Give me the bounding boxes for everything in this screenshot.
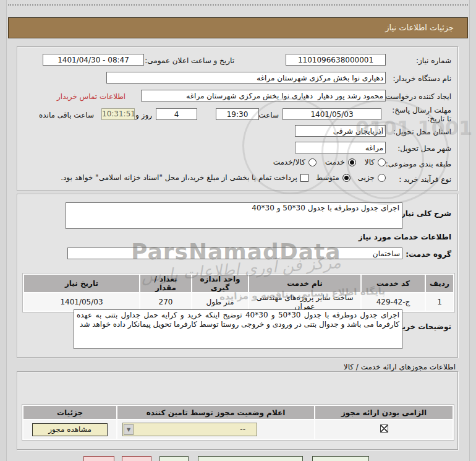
radio-icon[interactable] [378,158,386,166]
classification-label: طبقه بندی موضوعی: [386,160,451,168]
cell-license-status: -- ▼ [117,420,314,439]
delivery-province-field[interactable] [295,125,386,137]
cell-need-date: 1401/05/03 [24,293,139,311]
classification-options: کالا خدمت کالا/خدمت [273,158,386,166]
deadline-date-field[interactable] [283,108,381,120]
checkbox-icon[interactable] [300,174,308,182]
radio-icon[interactable] [378,174,386,182]
cell-quantity: 270 [140,293,191,311]
buyer-notes-field[interactable]: اجرای جدول دوطرفه با جدول 30*50 و 30*40 … [74,309,402,349]
cell-unit: متر طول [192,293,248,311]
procurement-need-details-page: { "title_bar": { "text": "جزئیات اطلاعات… [0,0,476,461]
deadline-hour-label: ساعت [258,111,279,119]
option-label: خدمت [325,158,345,166]
option-label: متوسط [316,173,339,182]
need-description-label: شرح کلی نیاز: [398,209,451,218]
process-option-medium[interactable]: متوسط [316,173,351,182]
col-row-index: ردیف [426,275,453,292]
chevron-down-icon[interactable]: ▼ [124,424,134,435]
licenses-table-header-row: الزامی بودن ارائه مجوز اعلام وضعیت مجوز … [23,406,453,419]
buyer-contact-link[interactable]: اطلاعات تماس خریدار [57,92,125,101]
delivery-province-label: استان محل تحویل: [393,127,451,136]
cell-license-mandatory [315,420,453,439]
buyer-org-label: نام دستگاه خریدار: [393,74,452,83]
bottom-action-button-4[interactable] [198,456,303,461]
license-table-row: -- ▼ مشاهده مجوز [23,420,453,439]
countdown-timer: 10:31:51 [101,108,135,120]
bottom-action-button-3[interactable] [159,456,189,461]
view-license-button[interactable]: مشاهده مجوز [32,423,108,436]
license-status-dropdown[interactable]: -- ▼ [122,423,257,436]
delivery-city-field[interactable] [295,142,386,153]
cell-service-name: ساخت سایر پروژه‌های مهندسی عمران [249,293,360,311]
col-license-status: اعلام وضعیت مجوز توسط تامین کننده [117,406,314,419]
services-section-heading: اطلاعات خدمات مورد نیاز [359,233,451,241]
licenses-section-heading: اطلاعات مجوزهای ارائه خدمت / کالا [344,363,456,371]
mandatory-checkbox-icon[interactable] [380,424,388,433]
bottom-action-button-5[interactable] [312,456,369,461]
option-label: کالا [365,158,375,166]
cell-service-code: ج-42-429 [362,293,425,311]
licenses-panel: الزامی بودن ارائه مجوز اعلام وضعیت مجوز … [17,371,458,450]
process-type-options: جزیی متوسط پرداخت تمام یا بخشی از مبلغ خ… [61,173,386,182]
request-creator-label: ایجاد کننده درخواست: [383,92,451,101]
need-info-panel: شماره نیاز: تاریخ و ساعت اعلان عمومی: نا… [17,46,458,191]
need-description-field[interactable]: اجرای جدول دوطرفه با جدول 30*50 و 30*40 [66,202,402,229]
option-label: کالا/خدمت [273,158,305,166]
services-table-header-row: ردیف کد خدمت نام خدمت واحد اندازه گیری ت… [24,275,453,292]
process-type-label: نوع فرآیند خرید : [399,175,451,184]
top-dotted-divider [8,4,468,6]
buyer-org-field[interactable] [106,72,386,84]
col-service-name: نام خدمت [249,275,360,292]
treasury-label: پرداخت تمام یا بخشی از مبلغ خرید،از محل … [61,173,297,182]
need-number-field[interactable] [286,54,386,66]
col-unit: واحد اندازه گیری [192,275,248,292]
bottom-action-button-1[interactable] [83,456,114,461]
col-quantity: تعداد / مقدار [140,275,191,292]
services-panel: شرح کلی نیاز: اجرای جدول دوطرفه با جدول … [17,194,458,358]
deadline-days-field[interactable] [156,108,197,120]
announce-datetime-field[interactable] [43,54,144,66]
dropdown-value: -- [134,425,257,434]
request-creator-field[interactable] [141,90,386,101]
radio-icon[interactable] [348,158,356,166]
services-table: ردیف کد خدمت نام خدمت واحد اندازه گیری ت… [22,273,455,312]
service-group-field[interactable] [67,248,402,259]
deadline-time-field[interactable] [216,108,259,120]
need-number-label: شماره نیاز: [416,56,451,65]
classification-option-goods-service[interactable]: کالا/خدمت [273,158,317,166]
delivery-city-label: شهر محل تحویل: [397,144,451,153]
deadline-label: مهلت ارسال پاسخ: تا تاریخ: [389,106,451,123]
classification-option-service[interactable]: خدمت [325,158,356,166]
hours-remaining-label: ساعت باقی مانده [39,111,94,119]
bottom-action-button-2[interactable] [122,456,151,461]
col-service-code: کد خدمت [362,275,425,292]
radio-icon[interactable] [342,174,351,182]
service-group-label: گروه خدمت: [406,250,451,259]
treasury-payment-option[interactable]: پرداخت تمام یا بخشی از مبلغ خرید،از محل … [61,173,308,182]
cell-license-details: مشاهده مجوز [23,420,116,439]
radio-icon[interactable] [308,158,317,166]
days-and-label: روز و [135,111,152,119]
classification-option-goods[interactable]: کالا [365,158,386,166]
announce-datetime-label: تاریخ و ساعت اعلان عمومی: [145,56,234,65]
cell-row-index: 1 [426,293,453,311]
process-option-minor[interactable]: جزیی [358,173,386,182]
col-license-mandatory: الزامی بودن ارائه مجوز [315,406,453,419]
licenses-table: الزامی بودن ارائه مجوز اعلام وضعیت مجوز … [22,404,454,441]
col-need-date: تاریخ نیاز [24,275,139,292]
col-license-details: جزئیات [23,406,116,419]
page-title: جزئیات اطلاعات نیاز [8,17,468,38]
option-label: جزیی [358,173,375,182]
service-table-row: 1 ج-42-429 ساخت سایر پروژه‌های مهندسی عم… [24,293,453,311]
